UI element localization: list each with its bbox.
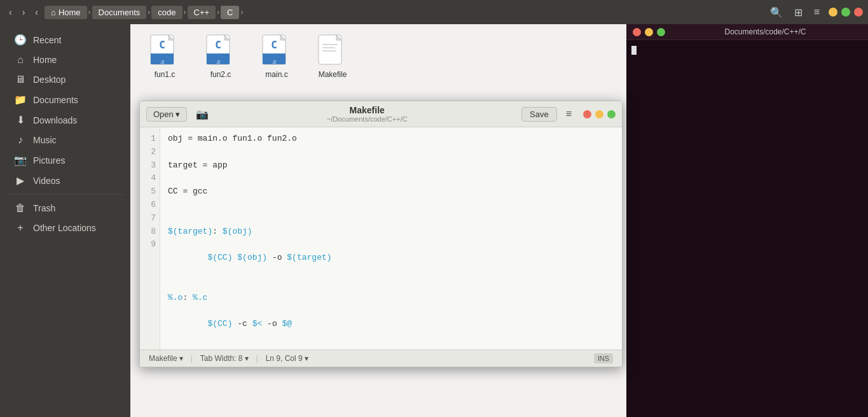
breadcrumb-c-label: C (227, 8, 233, 17)
file-item-fun1c[interactable]: C .c fun1.c (139, 31, 190, 83)
sidebar-item-desktop[interactable]: 🖥 Desktop (4, 70, 127, 89)
trash-icon: 🗑 (14, 202, 27, 214)
editor-open-label: Open ▾ (153, 110, 180, 119)
documents-icon: 📁 (14, 94, 27, 106)
sidebar-item-pictures-label: Pictures (33, 155, 65, 166)
file-label-mainc: main.c (265, 70, 287, 79)
sidebar-item-desktop-label: Desktop (33, 74, 65, 85)
editor-window: Open ▾ 📷 Makefile ~/Documents/code/C++/C… (139, 101, 623, 367)
downloads-icon: ⬇ (14, 114, 27, 126)
sidebar-item-recent[interactable]: 🕒 Recent (4, 30, 127, 50)
home-breadcrumb-icon: ⌂ (51, 8, 56, 17)
editor-filepath: ~/Documents/code/C++/C (217, 115, 516, 123)
nav-up-button[interactable]: ‹ (31, 4, 42, 20)
tab-width-label: Tab Width: 8 (200, 354, 243, 363)
file-item-fun2c[interactable]: C .c fun2.c (195, 31, 246, 83)
tab-width-selector[interactable]: Tab Width: 8 ▾ (198, 353, 251, 364)
insert-mode: INS (591, 352, 616, 365)
breadcrumb-sep-4: › (216, 8, 221, 17)
file-label-makefile: Makefile (319, 70, 347, 79)
breadcrumb-c[interactable]: C (221, 6, 239, 19)
terminal-body[interactable] (626, 40, 868, 417)
breadcrumb-code-label: code (158, 8, 176, 17)
file-area: C .c fun1.c C .c fun2.c (130, 24, 868, 417)
cursor-position-arrow-icon: ▾ (305, 354, 308, 363)
editor-save-button[interactable]: Save (521, 107, 557, 122)
breadcrumb-sep-3: › (183, 8, 188, 17)
editor-window-controls (583, 110, 616, 118)
editor-menu-button[interactable]: ≡ (562, 106, 575, 122)
cursor-position[interactable]: Ln 9, Col 9 ▾ (263, 353, 311, 364)
filetype-selector[interactable]: Makefile ▾ (146, 353, 186, 364)
c-file-icon-main: C .c (261, 34, 292, 67)
topbar-actions: 🔍 ⊞ ≡ (766, 4, 823, 21)
file-item-makefile[interactable]: Makefile (307, 31, 358, 83)
desktop-icon: 🖥 (14, 74, 27, 85)
terminal-close-button[interactable] (633, 28, 641, 36)
sidebar-item-recent-label: Recent (33, 35, 61, 45)
svg-text:.c: .c (272, 59, 277, 65)
sidebar-item-trash[interactable]: 🗑 Trash (4, 199, 127, 218)
tab-width-arrow-icon: ▾ (245, 354, 249, 363)
breadcrumb-documents-label: Documents (99, 8, 141, 17)
breadcrumb-sep-2: › (146, 8, 151, 17)
sidebar-item-downloads-label: Downloads (33, 115, 77, 125)
breadcrumb-home-label: Home (59, 8, 81, 17)
line-numbers: 1234 56789 (140, 127, 160, 350)
code-editor[interactable]: obj = main.o fun1.o fun2.o target = app … (160, 127, 622, 350)
editor-minimize-button[interactable] (595, 110, 603, 118)
svg-text:.c: .c (216, 59, 221, 65)
sidebar-item-home[interactable]: ⌂ Home (4, 50, 127, 69)
statusbar-sep2: | (256, 354, 258, 363)
statusbar-sep1: | (191, 354, 193, 363)
editor-close-button[interactable] (583, 110, 591, 118)
sidebar-item-other-label: Other Locations (33, 223, 96, 233)
file-label-fun1c: fun1.c (155, 70, 176, 79)
nav-forward-button[interactable]: › (18, 4, 29, 20)
svg-text:C: C (159, 39, 165, 51)
breadcrumb-sep-1: › (87, 8, 92, 17)
music-icon: ♪ (14, 134, 27, 146)
file-label-fun2c: fun2.c (210, 70, 231, 79)
breadcrumb: ⌂ Home › Documents › code › C++ › C › (45, 6, 764, 19)
file-item-mainc[interactable]: C .c main.c (251, 31, 302, 83)
terminal-maximize-button[interactable] (657, 28, 665, 36)
sidebar: 🕒 Recent ⌂ Home 🖥 Desktop 📁 Documents ⬇ … (0, 24, 130, 417)
menu-button[interactable]: ≡ (810, 4, 823, 20)
terminal-minimize-button[interactable] (645, 28, 653, 36)
nav-back-button[interactable]: ‹ (5, 4, 16, 20)
filetype-arrow-icon: ▾ (179, 354, 183, 363)
search-button[interactable]: 🔍 (766, 4, 787, 21)
sidebar-item-videos[interactable]: ▶ Videos (4, 171, 127, 190)
terminal-titlebar: Documents/code/C++/C (626, 24, 868, 40)
sidebar-item-music[interactable]: ♪ Music (4, 131, 127, 150)
sidebar-item-pictures[interactable]: 📷 Pictures (4, 150, 127, 170)
sidebar-item-music-label: Music (33, 135, 57, 145)
breadcrumb-documents[interactable]: Documents (92, 6, 147, 19)
grid-view-button[interactable]: ⊞ (790, 4, 806, 21)
editor-toolbar-icon-button[interactable]: 📷 (192, 106, 212, 122)
terminal-title: Documents/code/C++/C (669, 27, 862, 36)
breadcrumb-home[interactable]: ⌂ Home (45, 6, 87, 19)
editor-titlebar: Open ▾ 📷 Makefile ~/Documents/code/C++/C… (140, 101, 622, 127)
insert-mode-label: INS (594, 353, 613, 364)
window-maximize-button[interactable] (841, 8, 850, 17)
window-minimize-button[interactable] (829, 8, 837, 17)
terminal-cursor (631, 46, 637, 55)
editor-open-button[interactable]: Open ▾ (146, 107, 187, 122)
breadcrumb-sep-5: › (239, 8, 244, 17)
videos-icon: ▶ (14, 174, 27, 187)
c-file-icon-fun2: C .c (205, 34, 236, 67)
recent-icon: 🕒 (14, 34, 27, 46)
main-layout: 🕒 Recent ⌂ Home 🖥 Desktop 📁 Documents ⬇ … (0, 24, 868, 417)
breadcrumb-code[interactable]: code (151, 6, 182, 19)
breadcrumb-cpp[interactable]: C++ (188, 6, 216, 19)
sidebar-item-documents[interactable]: 📁 Documents (4, 90, 127, 110)
sidebar-item-documents-label: Documents (33, 95, 78, 105)
sidebar-item-trash-label: Trash (33, 203, 55, 213)
editor-maximize-button[interactable] (607, 110, 616, 118)
sidebar-item-other[interactable]: + Other Locations (4, 218, 127, 237)
home-icon: ⌂ (14, 54, 27, 66)
sidebar-item-downloads[interactable]: ⬇ Downloads (4, 110, 127, 130)
window-close-button[interactable] (854, 8, 863, 17)
